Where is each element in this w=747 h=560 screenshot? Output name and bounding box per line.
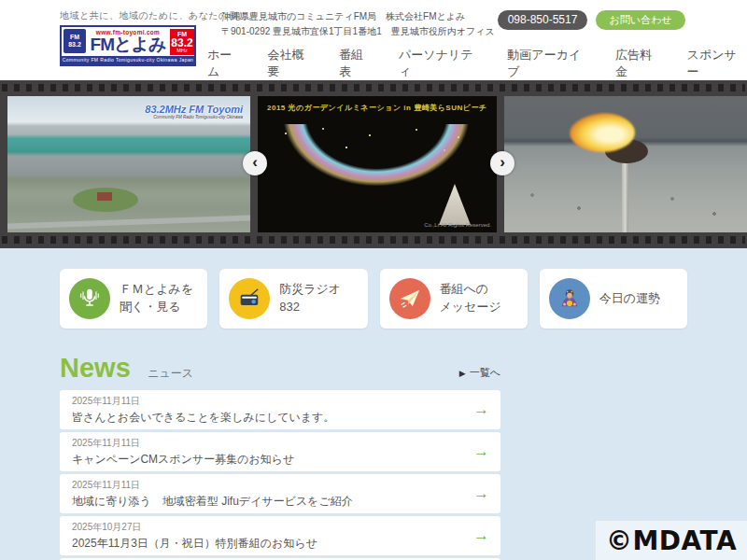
quick-links: ＦＭとよみを 聞く・見る 防災ラジオ 832: [60, 269, 687, 329]
logo-station-name: FMとよみ: [86, 35, 170, 53]
news-item-2[interactable]: 2025年11月11日 キャンペーンCMスポンサー募集のお知らせ →: [60, 432, 500, 471]
quick-link-listen-watch[interactable]: ＦＭとよみを 聞く・見る: [60, 269, 207, 329]
torch-pole: [622, 154, 628, 232]
filmstrip-holes-top: [2, 84, 745, 91]
contact-button[interactable]: お問い合わせ: [596, 10, 685, 30]
phone-number-button[interactable]: 098-850-5517: [498, 10, 587, 30]
microphone-icon: [69, 278, 110, 319]
torch-flame: [570, 113, 635, 152]
quick-link-todays-fortune[interactable]: 今日の運勢: [540, 269, 687, 329]
news-title: News: [60, 353, 131, 384]
carousel-slide-aerial-photo[interactable]: 83.2MHz FM Toyomi Community FM Radio Tom…: [7, 96, 250, 232]
logo-freq-number: 83.2: [170, 37, 194, 49]
news-item-date: 2025年11月11日: [72, 395, 469, 408]
logo-subtitle: Community FM Radio Tomigusuku-city Okina…: [62, 56, 194, 64]
news-item-date: 2025年10月27日: [72, 521, 469, 534]
news-item-4[interactable]: 2025年10月27日 2025年11月3日（月・祝日）特別番組のお知らせ →: [60, 516, 500, 555]
news-item-date: 2025年11月11日: [72, 437, 469, 450]
logo-radio-badge: FM 83.2: [63, 29, 86, 53]
news-item-title: 地域に寄り添う 地域密着型 Jifuデイサービスをご紹介: [72, 494, 469, 510]
slide1-caption: 83.2MHz FM Toyomi Community FM Radio Tom…: [145, 104, 243, 119]
logo-center: www.fm-toyomi.com FMとよみ: [86, 29, 170, 53]
quick-link-disaster-radio[interactable]: 防災ラジオ 832: [219, 269, 367, 329]
news-item-1[interactable]: 2025年11月11日 皆さんとお会いできることを楽しみにしています。 →: [60, 390, 500, 429]
carousel-next-button[interactable]: ›: [490, 151, 514, 175]
carousel-prev-button[interactable]: ‹: [243, 151, 267, 175]
main-section: ＦＭとよみを 聞く・見る 防災ラジオ 832: [0, 248, 747, 560]
news-view-all-link[interactable]: ▶一覧へ: [459, 366, 500, 380]
arrow-right-icon: →: [473, 400, 489, 419]
carousel-slide-beach-torch-photo[interactable]: [504, 96, 747, 232]
news-header: News ニュース ▶一覧へ: [60, 353, 500, 384]
slide2-copyright: Co.,Lt All Rights Reserved.: [424, 222, 491, 228]
quick-link-label: 番組への メッセージ: [440, 281, 501, 316]
mdata-watermark: ©MDATA: [596, 521, 747, 560]
logo-freq-unit: MHz: [170, 49, 194, 54]
aerial-road: [7, 215, 250, 229]
station-address-line: 〒901-0292 豊見城市宜保1丁目1番地1 豊見城市役所内オフィス: [221, 24, 495, 39]
filmstrip-holes-bottom: [2, 236, 745, 244]
news-list: 2025年11月11日 皆さんとお会いできることを楽しみにしています。 → 20…: [60, 390, 500, 560]
site-header: 地域と共に、地域のために、あなたの側に。 FM 83.2 www.fm-toyo…: [0, 0, 747, 80]
news-item-title: 皆さんとお会いできることを楽しみにしています。: [72, 410, 469, 426]
site-logo[interactable]: FM 83.2 www.fm-toyomi.com FMとよみ FM 83.2 …: [60, 25, 196, 66]
quick-link-label: 今日の運勢: [599, 290, 660, 308]
fortune-teller-icon: [549, 278, 590, 319]
news-title-ja: ニュース: [148, 367, 193, 380]
aerial-red-roof-hut: [97, 192, 112, 201]
slide1-subcaption: Community FM Radio Tomigusuku-city Okina…: [145, 115, 243, 119]
arrow-right-icon: →: [473, 442, 489, 461]
news-item-title: キャンペーンCMスポンサー募集のお知らせ: [72, 452, 469, 468]
arrow-right-icon: →: [473, 526, 489, 545]
quick-link-program-message[interactable]: 番組への メッセージ: [380, 269, 528, 329]
carousel-slide-illumination-photo[interactable]: 2015 光のガーデンイルミネーション in 豊崎美らSUNビーチ Co.,Lt…: [258, 96, 497, 232]
news-item-3[interactable]: 2025年11月11日 地域に寄り添う 地域密着型 Jifuデイサービスをご紹介…: [60, 474, 500, 513]
slide2-caption: 2015 光のガーデンイルミネーション in 豊崎美らSUNビーチ: [267, 103, 487, 113]
logo-badge-freq: 83.2: [68, 41, 81, 49]
news-item-title: 2025年11月3日（月・祝日）特別番組のお知らせ: [72, 536, 469, 552]
station-description: 沖縄県豊見城市のコミュニティFM局 株式会社FMとよみ 〒901-0292 豊見…: [221, 9, 495, 39]
quick-link-label: ＦＭとよみを 聞く・見る: [120, 281, 193, 316]
logo-frequency-badge: FM 83.2 MHz: [170, 29, 194, 55]
news-item-date: 2025年11月11日: [72, 479, 469, 492]
arrow-right-icon: →: [473, 484, 489, 503]
quick-link-label: 防災ラジオ 832: [279, 281, 341, 316]
triangle-icon: ▶: [459, 369, 466, 378]
radio-icon: [229, 278, 270, 319]
station-description-line1: 沖縄県豊見城市のコミュニティFM局 株式会社FMとよみ: [221, 9, 495, 24]
paper-plane-icon: [389, 278, 430, 319]
logo-badge-fm: FM: [70, 34, 79, 41]
hero-carousel: 83.2MHz FM Toyomi Community FM Radio Tom…: [0, 80, 747, 248]
fm-toyomi-homepage: 地域と共に、地域のために、あなたの側に。 FM 83.2 www.fm-toyo…: [0, 0, 747, 560]
